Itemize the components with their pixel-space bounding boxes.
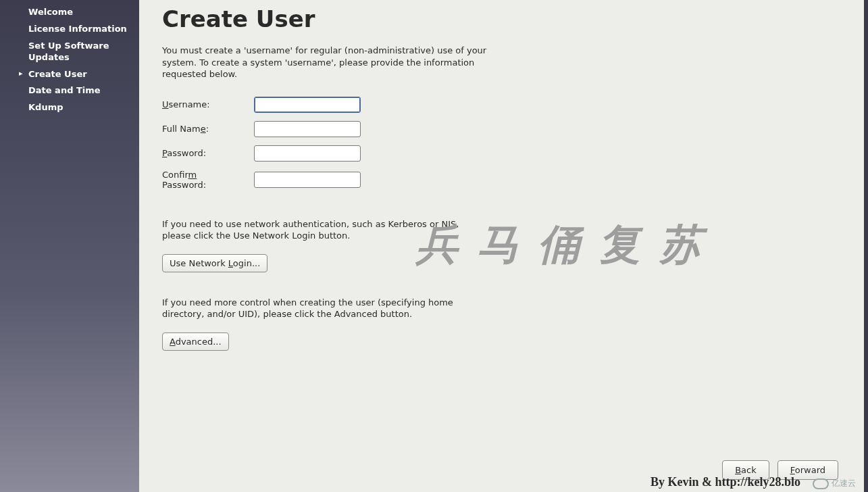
sidebar-item-label: Kdump [28, 102, 63, 112]
sidebar: Welcome License Information Set Up Softw… [0, 0, 139, 492]
username-input[interactable] [254, 97, 361, 113]
sidebar-item-kdump[interactable]: Kdump [0, 99, 139, 116]
username-label: Username: [162, 93, 254, 117]
advanced-text: If you need more control when creating t… [162, 297, 473, 320]
bottom-nav: Back Forward [722, 460, 838, 480]
use-network-login-button[interactable]: Use Network Login... [162, 254, 267, 272]
intro-text: You must create a 'username' for regular… [162, 45, 500, 80]
password-input[interactable] [254, 145, 361, 162]
sidebar-item-license-information[interactable]: License Information [0, 21, 139, 38]
password-label: Password: [162, 141, 254, 166]
fullname-input[interactable] [254, 121, 361, 137]
advanced-button[interactable]: Advanced... [162, 333, 229, 351]
network-auth-text: If you need to use network authenticatio… [162, 218, 473, 242]
back-button[interactable]: Back [722, 460, 769, 480]
fullname-label: Full Name: [162, 117, 254, 141]
forward-button[interactable]: Forward [777, 460, 838, 480]
page-title: Create User [162, 5, 864, 32]
sidebar-item-create-user[interactable]: Create User [0, 66, 139, 83]
sidebar-item-date-and-time[interactable]: Date and Time [0, 82, 139, 99]
main-content: Create User You must create a 'username'… [139, 0, 868, 492]
sidebar-item-software-updates[interactable]: Set Up Software Updates [0, 38, 139, 66]
sidebar-item-label: Welcome [28, 7, 73, 17]
sidebar-item-label: Set Up Software Updates [28, 41, 109, 62]
confirm-password-input[interactable] [254, 172, 361, 188]
sidebar-item-label: Date and Time [28, 85, 101, 95]
sidebar-item-welcome[interactable]: Welcome [0, 4, 139, 21]
confirm-password-label: Confirm Password: [162, 166, 254, 194]
sidebar-item-label: License Information [28, 24, 127, 34]
sidebar-item-label: Create User [28, 69, 87, 79]
create-user-form: Username: Full Name: Password: Confirm P… [162, 93, 361, 194]
